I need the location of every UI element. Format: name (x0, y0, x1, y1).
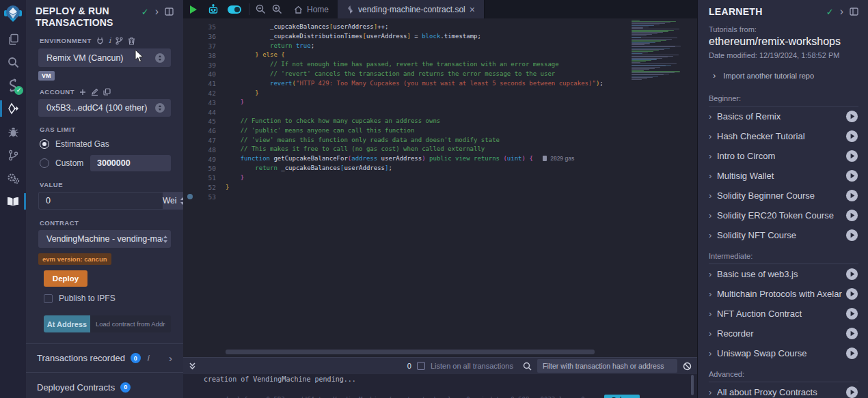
play-tutorial-button[interactable] (845, 268, 858, 281)
at-address-button[interactable]: At Address (44, 315, 90, 332)
code-line[interactable]: 48 // This makes it free to call (no gas… (183, 145, 603, 154)
play-tutorial-button[interactable] (845, 169, 858, 182)
tutorial-item[interactable]: ›Hash Checker Tutorial (709, 126, 858, 146)
edit-account-icon[interactable] (91, 88, 98, 96)
code-line[interactable]: 40 // 'revert' cancels the transaction a… (183, 70, 603, 79)
breakpoint-gutter[interactable] (183, 23, 201, 32)
breakpoint-gutter[interactable] (183, 32, 201, 42)
breakpoint-gutter[interactable] (183, 192, 201, 201)
play-tutorial-button[interactable] (845, 130, 858, 143)
publish-ipfs-checkbox[interactable] (44, 294, 53, 303)
terminal-log[interactable]: creation of VendingMachine pending... [v… (183, 374, 697, 398)
value-unit-select[interactable]: Wei (163, 192, 185, 210)
terminal-filter-input[interactable] (537, 359, 677, 373)
code-line[interactable]: 44 (183, 107, 603, 117)
play-tutorial-button[interactable] (845, 209, 858, 222)
debugger-icon[interactable] (0, 120, 26, 143)
breakpoint-dot[interactable] (187, 194, 193, 199)
run-script-button[interactable] (183, 0, 204, 18)
play-tutorial-button[interactable] (845, 287, 858, 300)
editor-minimap[interactable] (629, 18, 692, 80)
delete-state-icon[interactable] (128, 37, 135, 45)
account-select[interactable]: 0x5B3...eddC4 (100 ether) (38, 99, 171, 117)
transactions-info-icon[interactable]: i (147, 354, 150, 363)
at-address-input[interactable] (90, 315, 171, 332)
transactions-recorded-row[interactable]: Transactions recorded 0 i (26, 344, 183, 373)
code-line[interactable]: 43 } (183, 98, 603, 107)
tutorial-item[interactable]: ›NFT Auction Contract (709, 304, 858, 324)
listen-all-checkbox[interactable] (417, 362, 425, 370)
code-line[interactable]: 37 return true; (183, 42, 603, 51)
value-input[interactable] (38, 192, 163, 210)
breakpoint-gutter[interactable] (183, 154, 201, 164)
code-line[interactable]: 46 // 'public' means anyone can call thi… (183, 126, 603, 136)
breakpoint-gutter[interactable] (183, 42, 201, 51)
settings-icon[interactable] (0, 167, 26, 190)
code-line[interactable]: 36 _cupcakeDistributionTimes[userAddress… (183, 32, 603, 42)
breakpoint-gutter[interactable] (183, 145, 201, 154)
play-tutorial-button[interactable] (845, 189, 858, 202)
deploy-run-icon[interactable] (0, 97, 26, 120)
code-line[interactable]: 52} (183, 183, 603, 193)
play-tutorial-button[interactable] (845, 150, 858, 162)
pin-panel-icon[interactable] (850, 8, 858, 17)
zoom-out-icon[interactable] (252, 0, 269, 18)
copy-account-icon[interactable] (103, 88, 111, 96)
code-editor[interactable]: 35 _cupcakeBalances[userAddress]++;36 _c… (183, 18, 697, 357)
breakpoint-gutter[interactable] (183, 126, 201, 136)
custom-gas-radio[interactable] (40, 158, 49, 168)
code-line[interactable]: 38 } else { (183, 51, 603, 60)
tab-file[interactable]: vending-machine-contract.sol (338, 0, 485, 18)
breakpoint-gutter[interactable] (183, 107, 201, 117)
clear-terminal-icon[interactable] (683, 362, 692, 371)
breakpoint-gutter[interactable] (183, 164, 201, 173)
code-line[interactable]: 49 function getCupcakeBalanceFor(address… (183, 154, 603, 164)
add-account-icon[interactable] (79, 89, 86, 96)
breakpoint-gutter[interactable] (183, 136, 201, 145)
code-line[interactable]: 53 (183, 192, 603, 201)
code-line[interactable]: 39 // If not enough time has passed, rev… (183, 60, 603, 70)
play-tutorial-button[interactable] (845, 327, 858, 340)
git-icon[interactable] (0, 143, 26, 167)
code-line[interactable]: 41 revert("HTTP 429: Too Many Cupcakes (… (183, 79, 603, 89)
code-line[interactable]: 45 // Function to check how many cupcake… (183, 117, 603, 126)
play-tutorial-button[interactable] (845, 110, 858, 123)
horizontal-scrollbar[interactable] (226, 350, 595, 354)
expand-terminal-icon[interactable] (189, 362, 196, 370)
copilot-toggle[interactable] (223, 0, 246, 18)
deploy-button[interactable]: Deploy (44, 270, 87, 287)
plug-icon[interactable] (96, 37, 104, 44)
play-tutorial-button[interactable] (845, 307, 858, 320)
fork-state-icon[interactable] (116, 37, 123, 45)
code-line[interactable]: 50 return _cupcakeBalances[userAddress]; (183, 164, 603, 173)
estimated-gas-radio[interactable] (40, 139, 49, 149)
tutorial-item[interactable]: ›Solidity ERC20 Token Course (709, 205, 858, 225)
deployed-contracts-row[interactable]: Deployed Contracts 0 (26, 373, 183, 398)
breakpoint-gutter[interactable] (183, 173, 201, 183)
expand-transactions-icon[interactable] (169, 352, 172, 364)
environment-info-icon[interactable]: i (109, 36, 111, 45)
code-line[interactable]: 51 } (183, 173, 603, 183)
tutorial-item[interactable]: ›Uniswap Swap Course (709, 343, 858, 363)
tutorial-item[interactable]: ›Multisig Wallet (709, 166, 858, 186)
tab-home[interactable]: Home (285, 0, 338, 18)
solidity-compiler-icon[interactable]: ✓ (0, 74, 26, 97)
tutorial-item[interactable]: ›Multichain Protocols with Axelar (709, 284, 858, 304)
file-explorer-icon[interactable] (0, 27, 26, 51)
collapse-panel-icon[interactable] (840, 8, 843, 16)
import-tutorial-repo[interactable]: Import another tutorial repo (713, 70, 858, 81)
search-icon[interactable] (0, 51, 26, 74)
breakpoint-gutter[interactable] (183, 51, 201, 60)
tutorial-item[interactable]: ›Basic use of web3.js (709, 264, 858, 284)
close-tab-icon[interactable] (470, 4, 475, 15)
tutorial-item[interactable]: ›Recorder (709, 324, 858, 343)
tutorial-item[interactable]: ›Intro to Circom (709, 146, 858, 166)
terminal-scrollbar[interactable] (691, 375, 694, 395)
breakpoint-gutter[interactable] (183, 117, 201, 126)
learneth-icon[interactable] (0, 190, 26, 213)
breakpoint-gutter[interactable] (183, 98, 201, 107)
breakpoint-gutter[interactable] (183, 89, 201, 98)
collapse-panel-icon[interactable] (155, 8, 159, 16)
contract-select[interactable]: VendingMachine - vending-machin (38, 230, 171, 248)
environment-select[interactable]: Remix VM (Cancun) (38, 48, 171, 67)
